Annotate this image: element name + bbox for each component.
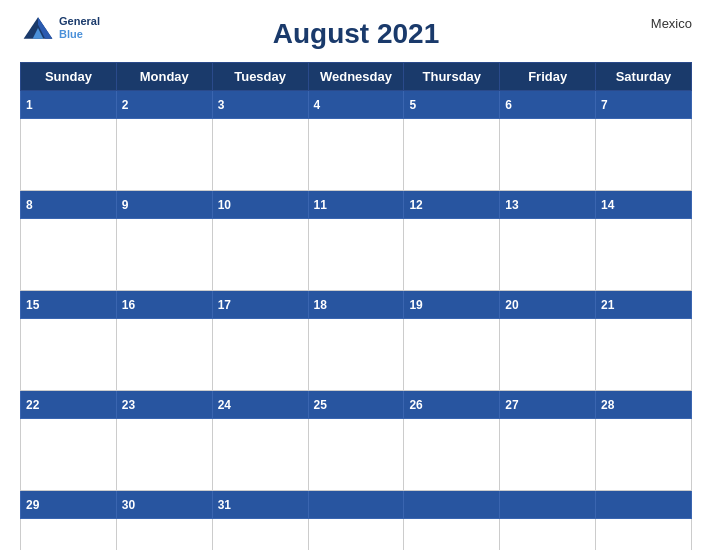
calendar-title: August 2021 [273,18,440,50]
week5-day3-label: 31 [212,491,308,519]
date-num-29: 29 [26,498,39,512]
date-num-20: 20 [505,298,518,312]
week3-day1-label: 15 [21,291,117,319]
week3-day6-label: 20 [500,291,596,319]
week2-day1-label: 8 [21,191,117,219]
week5-day6-cell [500,519,596,551]
week3-day7-label: 21 [596,291,692,319]
week1-day3-cell [212,119,308,191]
date-num-4: 4 [314,98,321,112]
week3-day4-label: 18 [308,291,404,319]
week2-day2-label: 9 [116,191,212,219]
week5-day7-label [596,491,692,519]
week3-day2-label: 16 [116,291,212,319]
week3-day2-cell [116,319,212,391]
date-num-9: 9 [122,198,129,212]
week5-day2-label: 30 [116,491,212,519]
date-num-8: 8 [26,198,33,212]
date-num-31: 31 [218,498,231,512]
week4-day5-label: 26 [404,391,500,419]
week4-day3-cell [212,419,308,491]
date-num-2: 2 [122,98,129,112]
week3-day3-cell [212,319,308,391]
date-num-7: 7 [601,98,608,112]
date-num-27: 27 [505,398,518,412]
date-num-22: 22 [26,398,39,412]
week-content-row-1 [21,119,692,191]
week-content-row-5 [21,519,692,551]
date-num-10: 10 [218,198,231,212]
week4-day6-cell [500,419,596,491]
week-content-row-3 [21,319,692,391]
week5-day4-cell [308,519,404,551]
date-num-16: 16 [122,298,135,312]
week1-day4-cell [308,119,404,191]
week4-day2-label: 23 [116,391,212,419]
week2-day3-cell [212,219,308,291]
date-num-15: 15 [26,298,39,312]
week1-day7-label: 7 [596,91,692,119]
week2-day6-cell [500,219,596,291]
header-wednesday: Wednesday [308,63,404,91]
week5-day1-cell [21,519,117,551]
date-num-1: 1 [26,98,33,112]
header-sunday: Sunday [21,63,117,91]
week-content-row-2 [21,219,692,291]
week3-day6-cell [500,319,596,391]
brand-text: General Blue [59,15,100,41]
week5-day2-cell [116,519,212,551]
week1-day4-label: 4 [308,91,404,119]
week1-day3-label: 3 [212,91,308,119]
week-label-row-3: 15161718192021 [21,291,692,319]
week1-day5-label: 5 [404,91,500,119]
header-thursday: Thursday [404,63,500,91]
week5-day4-label [308,491,404,519]
week4-day1-cell [21,419,117,491]
week2-day6-label: 13 [500,191,596,219]
week3-day5-label: 19 [404,291,500,319]
week-label-row-2: 891011121314 [21,191,692,219]
week4-day5-cell [404,419,500,491]
week2-day4-label: 11 [308,191,404,219]
week1-day1-label: 1 [21,91,117,119]
week4-day6-label: 27 [500,391,596,419]
week5-day5-label [404,491,500,519]
date-num-5: 5 [409,98,416,112]
week2-day1-cell [21,219,117,291]
date-num-12: 12 [409,198,422,212]
week2-day7-cell [596,219,692,291]
country-label: Mexico [651,16,692,31]
week1-day2-cell [116,119,212,191]
week4-day2-cell [116,419,212,491]
week1-day5-cell [404,119,500,191]
days-header-row: Sunday Monday Tuesday Wednesday Thursday… [21,63,692,91]
calendar-table: Sunday Monday Tuesday Wednesday Thursday… [20,62,692,550]
header-friday: Friday [500,63,596,91]
week1-day6-cell [500,119,596,191]
calendar-header: General Blue August 2021 Mexico [20,10,692,54]
week3-day5-cell [404,319,500,391]
week3-day1-cell [21,319,117,391]
week5-day3-cell [212,519,308,551]
week-label-row-1: 1234567 [21,91,692,119]
date-num-17: 17 [218,298,231,312]
week4-day3-label: 24 [212,391,308,419]
date-num-23: 23 [122,398,135,412]
calendar-wrapper: General Blue August 2021 Mexico Sunday M… [0,0,712,550]
week1-day7-cell [596,119,692,191]
date-num-28: 28 [601,398,614,412]
week2-day4-cell [308,219,404,291]
week-content-row-4 [21,419,692,491]
date-num-3: 3 [218,98,225,112]
week2-day5-cell [404,219,500,291]
week5-day1-label: 29 [21,491,117,519]
header-tuesday: Tuesday [212,63,308,91]
date-num-26: 26 [409,398,422,412]
brand-logo-area: General Blue [20,10,100,46]
date-num-24: 24 [218,398,231,412]
brand-icon [20,10,56,46]
week2-day7-label: 14 [596,191,692,219]
week5-day7-cell [596,519,692,551]
week-label-row-4: 22232425262728 [21,391,692,419]
date-num-30: 30 [122,498,135,512]
